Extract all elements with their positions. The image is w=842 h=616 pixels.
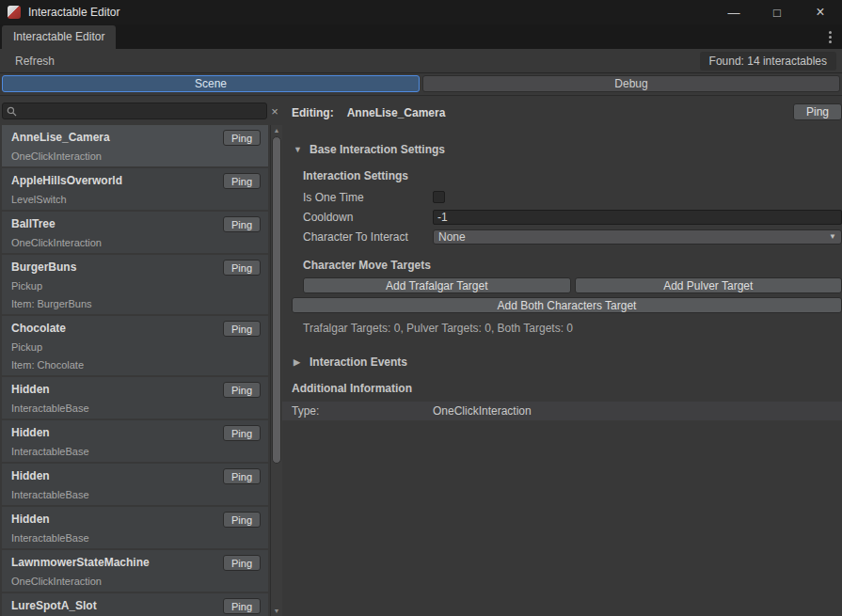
inspector-ping-button[interactable]: Ping [793,103,842,120]
minimize-button[interactable]: — [712,0,755,24]
close-button[interactable]: × [799,0,842,24]
inspector-panel: Editing: AnneLise_Camera Ping ▼ Base Int… [282,96,842,616]
item-subtitle: InteractableBase [11,489,219,500]
scrollbar-thumb[interactable] [272,136,281,464]
tab-interactable-editor[interactable]: Interactable Editor [2,25,116,49]
cooldown-input[interactable] [433,210,842,225]
item-name: Hidden [11,513,219,526]
list-item[interactable]: LawnmowerStateMachine OneClickInteractio… [2,550,268,592]
refresh-button[interactable]: Refresh [6,52,64,71]
add-trafalgar-target-button[interactable]: Add Trafalgar Target [303,277,571,293]
ping-button[interactable]: Ping [223,130,261,146]
window-menu-icon[interactable] [826,28,834,46]
chevron-down-icon: ▼ [829,232,836,241]
item-name: BurgerBuns [11,261,219,274]
interactable-list: AnneLise_Camera OneClickInteraction Ping… [2,125,268,616]
interactable-editor-window: Interactable Editor — □ × Interactable E… [0,0,842,616]
list-item[interactable]: BallTree OneClickInteraction Ping [2,212,268,253]
ping-button[interactable]: Ping [223,173,261,189]
item-subtitle: InteractableBase [11,446,219,457]
cooldown-label: Cooldown [303,211,433,224]
toolbar: Refresh Found: 14 interactables [0,49,842,73]
title-bar: Interactable Editor — □ × [0,0,842,24]
item-name: AppleHillsOverworld [11,174,219,187]
view-tab-bar: Scene Debug [0,73,842,96]
add-both-characters-target-button[interactable]: Add Both Characters Target [292,297,842,313]
list-item[interactable]: AnneLise_Camera OneClickInteraction Ping [2,125,268,166]
item-name: LawnmowerStateMachine [11,556,219,569]
item-name: AnneLise_Camera [11,131,219,144]
tab-debug[interactable]: Debug [422,75,840,92]
item-name: BallTree [11,217,219,230]
is-one-time-checkbox[interactable] [433,191,445,203]
foldout-label: Interaction Events [310,355,407,369]
scroll-up-icon[interactable]: ▲ [271,127,282,134]
type-value: OneClickInteraction [433,404,532,418]
list-item[interactable]: Hidden InteractableBase Ping [2,377,268,419]
ping-button[interactable]: Ping [223,468,261,484]
list-item[interactable]: BurgerBuns PickupItem: BurgerBuns Ping [2,255,268,314]
editing-label: Editing: [292,106,334,119]
item-name: Hidden [11,383,219,396]
list-item[interactable]: Hidden InteractableBase Ping [2,464,268,505]
ping-button[interactable]: Ping [223,555,261,571]
interaction-events-foldout[interactable]: ▶ Interaction Events [292,355,842,369]
foldout-open-icon: ▼ [294,145,303,154]
doc-tab-strip: Interactable Editor [0,24,842,49]
interaction-settings-header: Interaction Settings [303,169,842,182]
found-count-label: Found: 14 interactables [700,52,836,71]
item-subtitle: InteractableBase [11,403,219,414]
list-item[interactable]: Chocolate PickupItem: Chocolate Ping [2,316,268,375]
ping-button[interactable]: Ping [223,425,261,441]
ping-button[interactable]: Ping [223,598,261,614]
ping-button[interactable]: Ping [223,260,261,276]
app-icon [8,6,21,19]
ping-button[interactable]: Ping [223,512,261,528]
type-row: Type: OneClickInteraction [282,402,842,420]
search-box[interactable] [2,103,267,119]
search-input[interactable] [21,104,262,118]
ping-button[interactable]: Ping [223,382,261,398]
targets-summary: Trafalgar Targets: 0, Pulver Targets: 0,… [303,322,842,335]
item-subtitle: OneClickInteraction [11,576,219,587]
item-subtitle: Item: Chocolate [11,359,219,371]
search-icon [7,106,17,117]
item-name: Hidden [11,426,219,439]
scene-list-panel: × AnneLise_Camera OneClickInteraction Pi… [0,96,282,616]
character-to-interact-dropdown[interactable]: None ▼ [433,229,842,245]
character-to-interact-label: Character To Interact [303,230,433,244]
tab-scene[interactable]: Scene [2,75,420,92]
ping-button[interactable]: Ping [223,321,261,337]
add-pulver-target-button[interactable]: Add Pulver Target [575,277,842,293]
maximize-button[interactable]: □ [755,0,799,24]
window-title: Interactable Editor [28,6,119,19]
base-interaction-settings-foldout[interactable]: ▼ Base Interaction Settings [292,143,842,156]
additional-information-header: Additional Information [292,382,842,395]
item-name: Chocolate [11,322,219,335]
list-item[interactable]: LureSpotA_Slot Ping [2,593,268,616]
search-clear-button[interactable]: × [267,104,282,118]
list-scrollbar[interactable]: ▲ ▼ [270,125,282,616]
list-item[interactable]: Hidden InteractableBase Ping [2,507,268,548]
list-item[interactable]: Hidden InteractableBase Ping [2,420,268,462]
foldout-closed-icon: ▶ [294,357,303,367]
editing-value: AnneLise_Camera [347,106,446,119]
scroll-down-icon[interactable]: ▼ [271,608,282,614]
dropdown-value: None [438,230,466,244]
item-subtitle: LevelSwitch [11,194,219,205]
is-one-time-label: Is One Time [303,191,433,204]
item-subtitle: Pickup [11,280,219,292]
list-item[interactable]: AppleHillsOverworld LevelSwitch Ping [2,168,268,210]
item-subtitle: OneClickInteraction [11,150,219,162]
item-name: Hidden [11,469,219,482]
item-subtitle: Pickup [11,341,219,353]
foldout-label: Base Interaction Settings [310,143,445,156]
item-subtitle: Item: BurgerBuns [11,298,219,309]
item-name: LureSpotA_Slot [11,599,219,612]
type-label: Type: [292,404,433,418]
character-move-targets-header: Character Move Targets [303,259,842,272]
item-subtitle: OneClickInteraction [11,237,219,248]
item-subtitle: InteractableBase [11,532,219,544]
ping-button[interactable]: Ping [223,216,261,232]
